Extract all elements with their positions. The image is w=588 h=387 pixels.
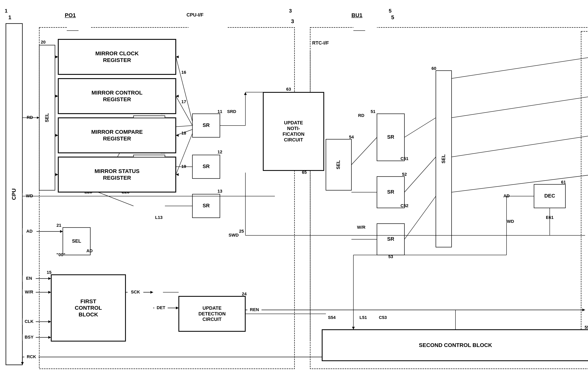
num3-label: 3 (289, 8, 292, 14)
update-detection-circuit-box: UPDATEDETECTIONCIRCUIT (179, 296, 245, 331)
update-notification-circuit-box: UPDATENOTI-FICATIONCIRCUIT (263, 92, 324, 171)
cpu-if-label: CPU-I/F (187, 12, 204, 18)
num5-label: 5 (389, 8, 392, 14)
mirror-compare-register-box: MIRROR COMPAREREGISTER (58, 118, 176, 153)
second-control-block-box: SECOND CONTROL BLOCK (322, 329, 588, 361)
rtc-if-label: RTC-I/F (312, 40, 329, 46)
bu1-label: BU1 (351, 12, 362, 19)
mirror-clock-register-box: MIRROR CLOCKREGISTER (58, 39, 176, 75)
po1-label: PO1 (65, 12, 76, 19)
mirror-status-register-box: MIRROR STATUSREGISTER (58, 157, 176, 192)
first-control-block-box: FIRSTCONTROLBLOCK (51, 275, 126, 341)
cpu-block-label: 1 (5, 8, 7, 14)
mirror-control-register-box: MIRROR CONTROLREGISTER (58, 78, 176, 114)
